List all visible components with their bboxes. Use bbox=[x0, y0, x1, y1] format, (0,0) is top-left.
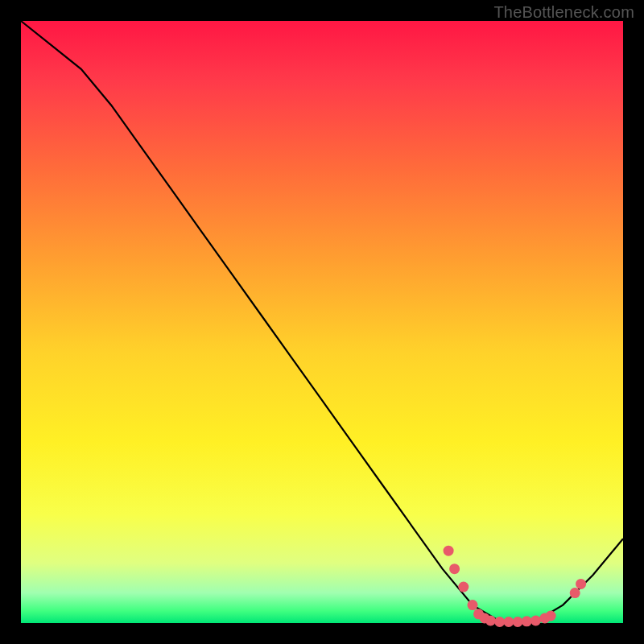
data-marker bbox=[503, 617, 514, 627]
data-marker bbox=[546, 611, 556, 621]
data-marker bbox=[449, 564, 460, 574]
data-marker bbox=[458, 582, 469, 592]
data-marker bbox=[522, 616, 532, 626]
data-marker bbox=[444, 546, 454, 556]
chart-plot bbox=[0, 0, 644, 644]
data-marker bbox=[513, 617, 523, 627]
attribution-text: TheBottleneck.com bbox=[493, 3, 634, 22]
data-marker bbox=[468, 600, 478, 610]
data-marker bbox=[576, 579, 586, 589]
chart-container: TheBottleneck.com bbox=[0, 0, 644, 644]
plot-background bbox=[21, 21, 623, 623]
data-marker bbox=[494, 617, 505, 627]
data-marker bbox=[485, 616, 496, 626]
data-marker bbox=[530, 616, 541, 626]
data-marker bbox=[570, 588, 580, 598]
